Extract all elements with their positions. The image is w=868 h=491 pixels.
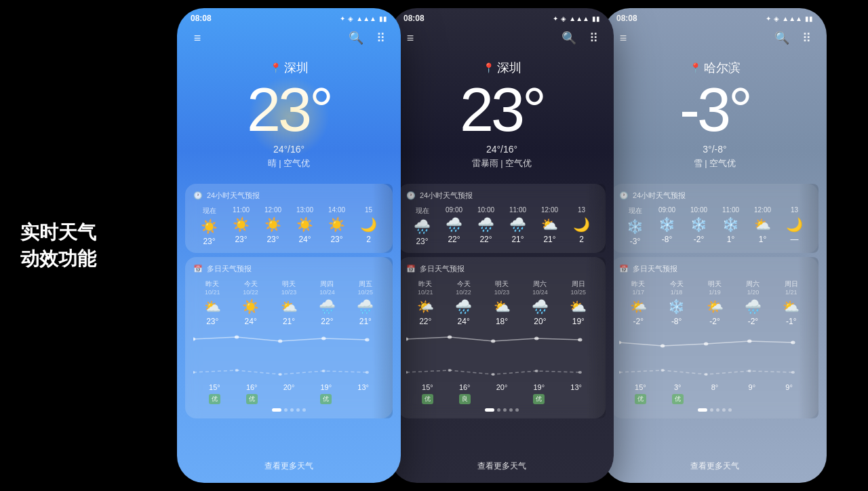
hourly-item: 14:00 ☀️ 23° <box>321 206 353 246</box>
search-icon[interactable]: 🔍 <box>347 28 366 47</box>
weather-desc: 雪 | 空气优 <box>616 157 813 170</box>
svg-point-1 <box>235 336 239 339</box>
svg-point-20 <box>619 341 621 345</box>
bottom-temp-item: 19° 优 <box>307 383 344 404</box>
daily-scroll[interactable]: 昨天 10/21 🌤️ 22° 今天 10/22 🌧️ 24° 明天 10/23… <box>406 279 597 326</box>
svg-point-19 <box>578 371 582 374</box>
status-time: 08:08 <box>616 14 637 23</box>
phone-blue[interactable]: 08:08 ✦◈▲▲▲▮▮ ≡ 🔍 ⠿ 📍 深圳 23° 24°/16° 晴 |… <box>177 8 401 483</box>
hourly-item: 13 🌙 2 <box>566 206 597 246</box>
status-bar: 08:08 ✦◈▲▲▲▮▮ <box>603 8 827 26</box>
weather-desc: 晴 | 空气优 <box>191 157 387 170</box>
temp-chart-high <box>619 326 810 355</box>
hourly-scroll[interactable]: 现在 🌧️ 23° 09:00 🌧️ 22° 10:00 🌧️ 22° 11:0… <box>406 206 597 246</box>
hourly-scroll[interactable]: 现在 ❄️ -3° 09:00 ❄️ -8° 10:00 ❄️ -2° 11:0… <box>619 206 810 246</box>
svg-point-12 <box>491 340 495 343</box>
weather-main: 📍 深圳 23° 24°/16° 晴 | 空气优 <box>177 53 401 180</box>
bottom-temp-item: 16° 良 <box>446 383 484 404</box>
menu-icon[interactable]: ≡ <box>401 28 420 47</box>
location-icon: 📍 <box>270 62 281 73</box>
weather-main: 📍 哈尔滨 -3° 3°/-8° 雪 | 空气优 <box>603 53 827 180</box>
nav-bar: ≡ 🔍 ⠿ <box>390 26 614 53</box>
svg-point-6 <box>235 369 239 372</box>
hourly-item: 11:00 ☀️ 23° <box>225 206 257 246</box>
menu-icon[interactable]: ≡ <box>188 28 207 47</box>
city-name: 📍 哈尔滨 <box>616 60 813 76</box>
svg-point-22 <box>704 342 708 346</box>
hourly-item: 09:00 ❄️ -8° <box>651 206 683 246</box>
daily-item: 今天 10/22 🌧️ 24° <box>444 279 482 326</box>
hourly-item: 现在 ❄️ -3° <box>619 206 651 246</box>
hourly-title: 24小时天气预报 <box>420 191 473 201</box>
hourly-header: 🕐 24小时天气预报 <box>619 191 810 201</box>
weather-desc: 雷暴雨 | 空气优 <box>403 157 600 170</box>
svg-point-4 <box>365 338 369 342</box>
search-icon[interactable]: 🔍 <box>559 28 578 47</box>
phones-container: 08:08 ✦◈▲▲▲▮▮ ≡ 🔍 ⠿ 📍 深圳 23° 24°/16° 晴 |… <box>136 0 868 491</box>
daily-item: 周五 10/25 🌧️ 21° <box>347 279 384 326</box>
hourly-item: 12:00 ☀️ 23° <box>257 206 289 246</box>
search-icon[interactable]: 🔍 <box>772 28 791 47</box>
svg-point-23 <box>747 340 751 343</box>
bottom-temp-item: 15° 优 <box>196 383 233 404</box>
hourly-scroll[interactable]: 现在 ☀️ 23° 11:00 ☀️ 23° 12:00 ☀️ 23° 13:0… <box>193 206 384 246</box>
daily-item: 明天 10/23 ⛅ 18° <box>483 279 521 326</box>
more-weather-btn[interactable]: 查看更多天气 <box>177 455 401 477</box>
city-label: 深圳 <box>497 60 521 76</box>
page-dots <box>193 408 384 412</box>
bottom-temp-item: 20° <box>484 383 521 404</box>
page-dots <box>406 408 597 412</box>
phone-dark[interactable]: 08:08 ✦◈▲▲▲▮▮ ≡ 🔍 ⠿ 📍 深圳 23° 24°/16° 雷暴雨… <box>390 8 614 483</box>
svg-point-14 <box>578 338 582 342</box>
daily-title: 多日天气预报 <box>420 264 465 274</box>
bottom-temp-item: 13° <box>557 383 595 404</box>
hourly-item: 现在 🌧️ 23° <box>406 206 438 246</box>
bottom-temp-item: 16° 优 <box>233 383 271 404</box>
more-weather-btn[interactable]: 查看更多天气 <box>603 455 827 477</box>
hourly-title: 24小时天气预报 <box>633 191 686 201</box>
svg-point-28 <box>748 370 751 372</box>
bottom-temp-item: 20° <box>271 383 308 404</box>
hourly-item: 13 🌙 — <box>778 206 810 246</box>
status-bar: 08:08 ✦◈▲▲▲▮▮ <box>177 8 401 26</box>
grid-icon[interactable]: ⠿ <box>797 28 816 47</box>
svg-point-3 <box>321 337 326 340</box>
bottom-temps-row: 15° 优 16° 良 20° 19° 优 13° <box>406 383 597 404</box>
daily-item: 明天 10/23 ⛅ 21° <box>270 279 308 326</box>
more-weather-btn[interactable]: 查看更多天气 <box>390 455 614 477</box>
daily-scroll[interactable]: 昨天 1/17 🌤️ -2° 今天 1/18 ❄️ -8° 明天 1/19 🌤️… <box>619 279 810 326</box>
daily-item: 昨天 1/17 🌤️ -2° <box>619 279 657 326</box>
menu-icon[interactable]: ≡ <box>614 28 633 47</box>
temp-chart-low <box>619 355 810 383</box>
svg-point-10 <box>406 338 408 341</box>
hourly-item: 12:00 ⛅ 21° <box>534 206 566 246</box>
bottom-temp-item: 8° <box>696 383 734 404</box>
nav-bar: ≡ 🔍 ⠿ <box>177 26 401 53</box>
bottom-temp-item: 9° <box>733 383 770 404</box>
location-icon: 📍 <box>690 62 701 73</box>
city-name: 📍 深圳 <box>403 60 600 76</box>
city-label: 深圳 <box>284 60 309 76</box>
city-name: 📍 深圳 <box>191 60 387 76</box>
status-time: 08:08 <box>191 14 212 23</box>
hourly-item: 10:00 🌧️ 22° <box>470 206 502 246</box>
svg-point-9 <box>366 371 369 374</box>
temp-chart-low <box>406 355 597 383</box>
temperature: 23° <box>191 79 387 140</box>
daily-scroll[interactable]: 昨天 10/21 ⛅ 23° 今天 10/22 ☀️ 24° 明天 10/23 … <box>193 279 384 326</box>
temp-range: 24°/16° <box>191 144 387 155</box>
bottom-temp-item: 3° 优 <box>659 383 696 404</box>
daily-item: 周六 10/24 🌧️ 20° <box>521 279 559 326</box>
weather-main: 📍 深圳 23° 24°/16° 雷暴雨 | 空气优 <box>390 53 614 180</box>
hourly-forecast-card: 🕐 24小时天气预报 现在 🌧️ 23° 09:00 🌧️ 22° 10:00 … <box>398 184 606 253</box>
hourly-item: 11:00 🌧️ 21° <box>502 206 534 246</box>
bottom-temps-row: 15° 优 16° 优 20° 19° 优 13° <box>193 383 384 404</box>
daily-header: 📅 多日天气预报 <box>619 264 810 274</box>
status-time: 08:08 <box>403 14 425 23</box>
daily-item: 周六 1/20 🌧️ -2° <box>734 279 772 326</box>
city-label: 哈尔滨 <box>704 60 741 76</box>
grid-icon[interactable]: ⠿ <box>584 28 603 47</box>
phone-gray[interactable]: ❄❄❄❄❄❄❄❄❄❄❄❄❄❄❄❄❄❄❄❄❄❄❄❄❄ 08:08 ✦◈▲▲▲▮▮ … <box>603 8 827 483</box>
hourly-forecast-card: 🕐 24小时天气预报 现在 ❄️ -3° 09:00 ❄️ -8° 10:00 … <box>611 184 818 253</box>
grid-icon[interactable]: ⠿ <box>371 28 390 47</box>
